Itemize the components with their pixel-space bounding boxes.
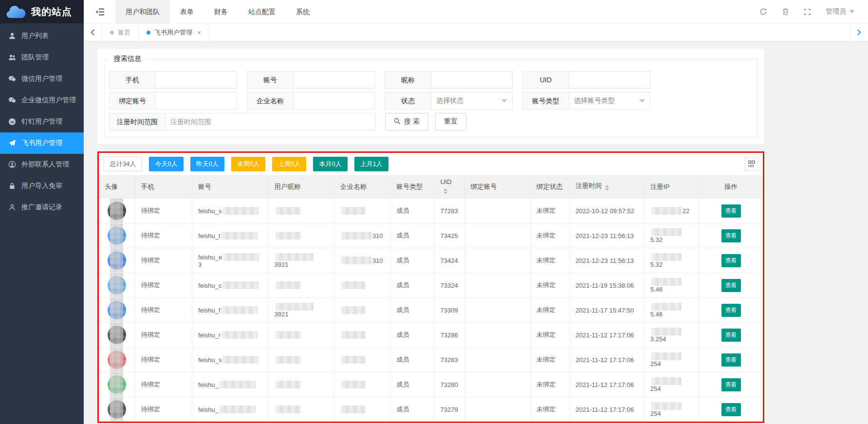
collapse-sidebar-icon[interactable] xyxy=(95,8,105,16)
view-button[interactable]: 查看 xyxy=(721,204,741,218)
redacted-block xyxy=(651,352,682,360)
register-ip-cell: 3.254 xyxy=(644,323,699,348)
avatar-cell xyxy=(99,348,135,372)
search-field-input[interactable] xyxy=(294,92,374,109)
view-button[interactable]: 查看 xyxy=(721,403,741,416)
redacted-block xyxy=(222,356,259,364)
company-cell xyxy=(334,348,390,372)
search-field-label: 昵称 xyxy=(385,71,431,89)
search-button[interactable]: 搜 索 xyxy=(385,113,428,130)
sort-toggle[interactable] xyxy=(605,183,609,193)
search-field-input[interactable] xyxy=(156,92,237,109)
search-field-group: 企业名称 xyxy=(247,92,375,110)
stat-badge[interactable]: 上月1人 xyxy=(354,157,388,171)
search-fieldset: 搜索信息 手机账号昵称UID绑定账号企业名称状态选择状态账号类型选择账号类型注册… xyxy=(104,55,757,137)
search-field-input[interactable] xyxy=(156,72,237,88)
bind-account-cell xyxy=(464,248,530,273)
tabs-scroll-right-icon[interactable] xyxy=(850,24,868,41)
app-logo[interactable]: 我的站点 xyxy=(0,0,84,23)
bind-status-cell: 未绑定 xyxy=(531,348,570,372)
sidebar-item-team[interactable]: 团队管理 xyxy=(0,47,84,68)
bind-account-cell xyxy=(464,273,530,298)
top-menu-item[interactable]: 表单 xyxy=(170,0,204,23)
sort-toggle[interactable] xyxy=(443,186,447,196)
view-button[interactable]: 查看 xyxy=(721,304,741,317)
stat-badge[interactable]: 上周0人 xyxy=(272,157,306,171)
chevron-down-icon xyxy=(639,99,645,106)
ip-suffix: 254 xyxy=(650,360,661,368)
account-cell: feishu_ xyxy=(192,397,268,422)
ip-suffix: 254 xyxy=(650,410,661,417)
view-button[interactable]: 查看 xyxy=(721,329,741,342)
fullscreen-icon[interactable] xyxy=(804,8,811,16)
column-settings-button[interactable] xyxy=(745,158,758,171)
top-menu-item[interactable]: 财务 xyxy=(204,0,238,23)
trash-icon[interactable] xyxy=(782,8,789,16)
action-cell: 查看 xyxy=(699,223,763,248)
sidebar-item-label: 团队管理 xyxy=(21,53,49,62)
redacted-block xyxy=(222,281,259,289)
search-field-input[interactable] xyxy=(569,72,650,88)
account-prefix: feishu_f xyxy=(198,307,221,314)
sidebar-item-import[interactable]: 用户导入免审 xyxy=(0,175,84,197)
tabs-scroll-left-icon[interactable] xyxy=(84,24,102,41)
phone-cell: 待绑定 xyxy=(135,298,192,323)
admin-menu[interactable]: 管理员 xyxy=(826,7,854,16)
sidebar-item-external[interactable]: 外部联系人管理 xyxy=(0,154,84,175)
search-field-select[interactable]: 选择状态 xyxy=(431,92,513,110)
search-field-input[interactable] xyxy=(431,72,512,88)
feishu-icon xyxy=(8,139,16,147)
view-button[interactable]: 查看 xyxy=(721,353,741,367)
sidebar-item-invite[interactable]: 推广邀请记录 xyxy=(0,197,84,218)
sidebar-item-dingtalk[interactable]: 钉钉用户管理 xyxy=(0,111,84,132)
view-button[interactable]: 查看 xyxy=(721,229,741,242)
redacted-block xyxy=(223,253,259,261)
sidebar-item-feishu[interactable]: 飞书用户管理 xyxy=(0,132,84,154)
stat-badge[interactable]: 今天0人 xyxy=(149,157,183,171)
view-button[interactable]: 查看 xyxy=(721,279,741,292)
tab-active[interactable]: 飞书用户管理× xyxy=(139,24,209,41)
stat-badge[interactable]: 总计34人 xyxy=(104,157,142,171)
sidebar-item-wechat[interactable]: 微信用户管理 xyxy=(0,68,84,90)
tab-dot-icon xyxy=(110,31,114,35)
stat-badge[interactable]: 本月0人 xyxy=(313,157,347,171)
view-button[interactable]: 查看 xyxy=(721,378,741,391)
stats-row: 总计34人今天0人昨天0人本周0人上周0人本月0人上月1人 xyxy=(99,153,763,175)
sidebar-item-label: 微信用户管理 xyxy=(21,74,62,83)
column-header-label: UID xyxy=(440,178,451,185)
top-menu-item[interactable]: 站点配置 xyxy=(238,0,286,23)
search-field-input[interactable] xyxy=(294,72,374,88)
account-type-cell: 成员 xyxy=(390,372,434,397)
company-cell xyxy=(334,298,390,323)
table-row: 待绑定feishu_f3921成员73309未绑定2021-11-17 15:4… xyxy=(99,298,763,323)
account-type-cell: 成员 xyxy=(390,323,434,348)
stat-badge[interactable]: 昨天0人 xyxy=(190,157,224,171)
search-field-select[interactable]: 选择账号类型 xyxy=(569,92,650,110)
sidebar-item-user[interactable]: 用户列表 xyxy=(0,25,84,47)
register-time-cell: 2022-10-12 09:57:52 xyxy=(570,199,644,223)
column-header-label: 手机 xyxy=(141,183,154,190)
stat-badge[interactable]: 本周0人 xyxy=(231,157,265,171)
search-field-group: 状态选择状态 xyxy=(385,92,513,110)
search-field-label: 绑定账号 xyxy=(109,92,156,110)
action-cell: 查看 xyxy=(699,323,763,348)
table-header-row: 头像手机账号用户昵称企业名称账号类型UID绑定账号绑定状态注册时间注册IP操作 xyxy=(99,176,763,199)
top-menu-item[interactable]: 用户和团队 xyxy=(115,0,170,23)
blur-band xyxy=(110,372,123,397)
tab-close-icon[interactable]: × xyxy=(197,29,201,37)
date-range-input[interactable] xyxy=(166,113,375,130)
uid-cell: 73424 xyxy=(434,248,464,273)
avatar-cell xyxy=(99,298,135,323)
table-row: 待绑定feishu_c成员73324未绑定2021-11-19 15:38:06… xyxy=(99,273,763,298)
register-time-cell: 2021-11-12 17:17:06 xyxy=(570,397,644,422)
column-header-7: UID xyxy=(434,176,464,199)
refresh-icon[interactable] xyxy=(759,8,767,16)
view-button[interactable]: 查看 xyxy=(721,254,741,267)
sidebar-item-label: 外部联系人管理 xyxy=(21,160,69,169)
tab-home[interactable]: 首页 xyxy=(102,24,139,41)
search-field-label: 状态 xyxy=(385,92,431,110)
top-menu-item[interactable]: 系统 xyxy=(286,0,320,23)
sidebar-item-wecom[interactable]: 企业微信用户管理 xyxy=(0,90,84,111)
admin-label: 管理员 xyxy=(826,7,846,16)
reset-button[interactable]: 重置 xyxy=(435,113,466,130)
